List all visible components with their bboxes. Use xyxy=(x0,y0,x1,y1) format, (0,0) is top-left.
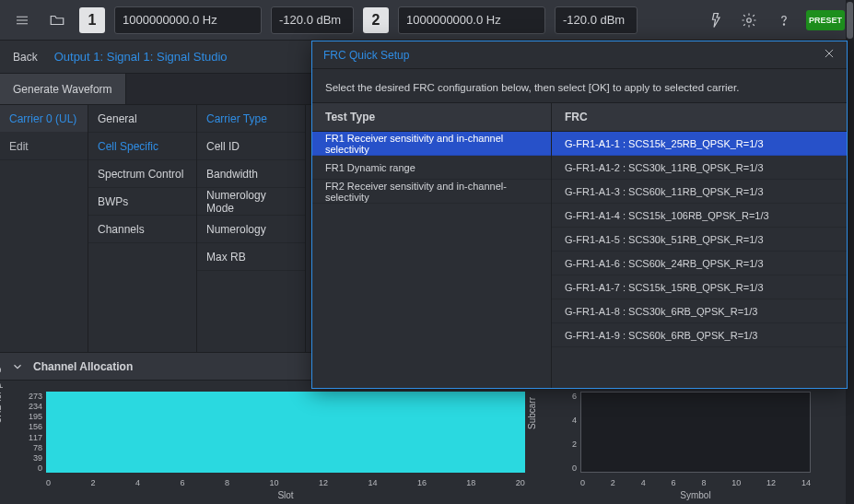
sym-chart-plot xyxy=(580,392,811,473)
close-icon[interactable] xyxy=(823,47,836,63)
frc-row[interactable]: G-FR1-A1-7 : SCS15k_15RB_QPSK_R=1/3 xyxy=(552,275,847,299)
crb-chart-plot xyxy=(46,392,525,473)
generate-waveform-button[interactable]: Generate Waveform xyxy=(0,74,126,104)
frc-row[interactable]: G-FR1-A1-3 : SCS60k_11RB_QPSK_R=1/3 xyxy=(552,180,847,204)
carrier-edit[interactable]: Edit xyxy=(0,133,88,160)
dialog-subtitle: Select the desired FRC configuration bel… xyxy=(312,69,847,102)
gear-icon[interactable] xyxy=(736,7,762,33)
frc-row[interactable]: G-FR1-A1-6 : SCS60k_24RB_QPSK_R=1/3 xyxy=(552,252,847,275)
col2-item-5[interactable]: Max RB xyxy=(197,243,305,271)
carrier-item[interactable]: Carrier 0 (UL) xyxy=(0,105,88,133)
frc-header: FRC xyxy=(552,111,847,123)
channel-2-power[interactable]: -120.0 dBm xyxy=(555,6,638,34)
col1-item-1[interactable]: Cell Specific xyxy=(88,133,196,160)
sym-chart-xticks: 02468101214 xyxy=(580,478,811,487)
channel-1-badge[interactable]: 1 xyxy=(79,7,105,33)
svg-point-1 xyxy=(783,23,784,24)
menu-button[interactable] xyxy=(9,7,35,33)
channel-1-power[interactable]: -120.0 dBm xyxy=(271,6,354,34)
col2-item-0[interactable]: Carrier Type xyxy=(197,105,305,133)
sym-chart-xlabel: Symbol xyxy=(580,490,811,500)
dialog-header: FRC Quick Setup xyxy=(312,41,847,69)
channel-1-frequency[interactable]: 1000000000.0 Hz xyxy=(114,6,262,34)
test-type-list: FR1 Receiver sensitivity and in-channel … xyxy=(312,132,552,388)
dialog-table-header: Test Type FRC xyxy=(312,102,847,132)
col1-item-2[interactable]: Spectrum Control xyxy=(88,160,196,188)
property-column: Carrier TypeCell IDBandwidthNumerology M… xyxy=(197,105,306,352)
col2-item-2[interactable]: Bandwidth xyxy=(197,160,305,188)
col2-item-4[interactable]: Numerology xyxy=(197,216,305,243)
frc-row[interactable]: G-FR1-A1-8 : SCS30k_6RB_QPSK_R=1/3 xyxy=(552,299,847,323)
crb-slot-chart: CRB for μ = 1 27323419515611778390 02468… xyxy=(18,392,525,493)
channel-2-badge[interactable]: 2 xyxy=(363,7,389,33)
frc-row[interactable]: G-FR1-A1-9 : SCS60k_6RB_QPSK_R=1/3 xyxy=(552,323,847,347)
preset-button[interactable]: PRESET xyxy=(806,10,845,30)
crb-chart-yticks: 27323419515611778390 xyxy=(18,392,42,473)
col2-item-1[interactable]: Cell ID xyxy=(197,133,305,160)
sym-chart-yticks: 6420 xyxy=(553,392,577,473)
section-column: GeneralCell SpecificSpectrum ControlBWPs… xyxy=(88,105,197,352)
channel-2-frequency[interactable]: 1000000000.0 Hz xyxy=(398,6,545,34)
frc-list: G-FR1-A1-1 : SCS15k_25RB_QPSK_R=1/3G-FR1… xyxy=(552,132,847,388)
test-type-row[interactable]: FR1 Dynamic range xyxy=(312,156,551,180)
crb-chart-ylabel: CRB for μ = 1 xyxy=(0,368,3,424)
test-type-row[interactable]: FR2 Receiver sensitivity and in-channel-… xyxy=(312,180,551,204)
subcarrier-symbol-chart: Subcarr 6420 02468101214 Symbol xyxy=(553,392,811,493)
channel-allocation-title: Channel Allocation xyxy=(33,360,133,373)
back-button[interactable]: Back xyxy=(13,51,38,64)
topbar: 1 1000000000.0 Hz -120.0 dBm 2 100000000… xyxy=(0,0,854,41)
svg-point-0 xyxy=(747,18,752,22)
carrier-column: Carrier 0 (UL) Edit xyxy=(0,105,88,352)
test-type-row[interactable]: FR1 Receiver sensitivity and in-channel … xyxy=(312,132,551,156)
breadcrumb[interactable]: Output 1: Signal 1: Signal Studio xyxy=(54,50,228,64)
test-type-header: Test Type xyxy=(312,103,552,131)
dialog-title: FRC Quick Setup xyxy=(323,49,409,62)
open-file-button[interactable] xyxy=(44,7,70,33)
chevron-down-icon xyxy=(11,360,24,373)
crb-chart-xticks: 02468101214161820 xyxy=(46,478,525,487)
rf-toggle-icon[interactable] xyxy=(701,7,727,33)
col1-item-3[interactable]: BWPs xyxy=(88,188,196,216)
frc-row[interactable]: G-FR1-A1-4 : SCS15k_106RB_QPSK_R=1/3 xyxy=(552,204,847,228)
frc-quick-setup-dialog: FRC Quick Setup Select the desired FRC c… xyxy=(311,41,848,389)
sym-chart-ylabel: Subcarr xyxy=(527,397,537,429)
col2-item-3[interactable]: Numerology Mode xyxy=(197,188,305,216)
help-icon[interactable] xyxy=(771,7,797,33)
col1-item-4[interactable]: Channels xyxy=(88,216,196,243)
frc-row[interactable]: G-FR1-A1-5 : SCS30k_51RB_QPSK_R=1/3 xyxy=(552,228,847,252)
frc-row[interactable]: G-FR1-A1-1 : SCS15k_25RB_QPSK_R=1/3 xyxy=(552,132,847,156)
frc-row[interactable]: G-FR1-A1-2 : SCS30k_11RB_QPSK_R=1/3 xyxy=(552,156,847,180)
col1-item-0[interactable]: General xyxy=(88,105,196,133)
scrollbar-thumb[interactable] xyxy=(847,2,853,39)
crb-chart-xlabel: Slot xyxy=(46,490,525,500)
